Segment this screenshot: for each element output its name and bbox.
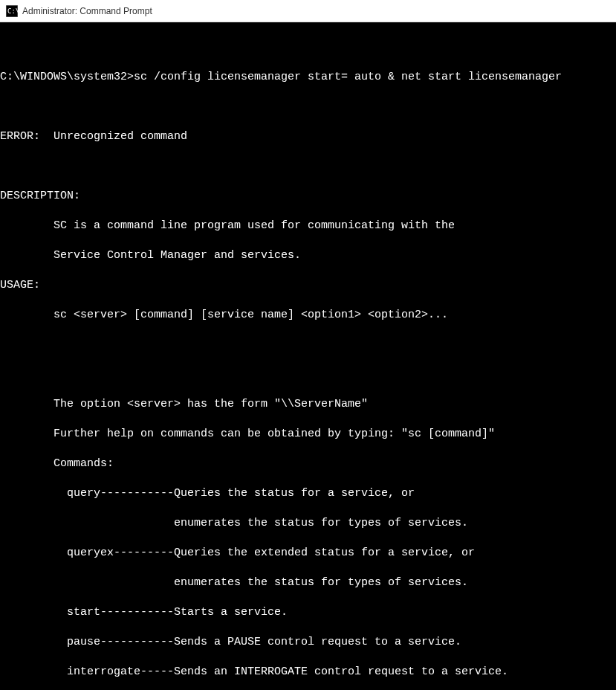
window-titlebar: C:\ Administrator: Command Prompt — [0, 0, 616, 22]
terminal-line: Further help on commands can be obtained… — [0, 427, 616, 442]
terminal-line: The option <server> has the form "\\Serv… — [0, 397, 616, 412]
prompt-line: C:\WINDOWS\system32>sc /config licensema… — [0, 70, 616, 85]
terminal-line: pause-----------Sends a PAUSE control re… — [0, 635, 616, 650]
terminal-line: enumerates the status for types of servi… — [0, 575, 616, 590]
terminal-line: enumerates the status for types of servi… — [0, 516, 616, 531]
commands-header: Commands: — [0, 457, 616, 471]
terminal-line: SC is a command line program used for co… — [0, 219, 616, 233]
terminal-line: start-----------Starts a service. — [0, 605, 616, 620]
cmd-icon: C:\ — [6, 5, 18, 17]
terminal-line: Service Control Manager and services. — [0, 248, 616, 263]
usage-header: USAGE: — [0, 278, 616, 293]
window-title: Administrator: Command Prompt — [22, 6, 152, 16]
terminal-output[interactable]: C:\WINDOWS\system32>sc /config licensema… — [0, 22, 616, 690]
prompt-path: C:\WINDOWS\system32> — [0, 71, 134, 83]
terminal-line — [0, 159, 616, 174]
terminal-line: interrogate-----Sends an INTERROGATE con… — [0, 665, 616, 680]
terminal-line: query-----------Queries the status for a… — [0, 486, 616, 501]
error-line: ERROR: Unrecognized command — [0, 129, 616, 144]
terminal-line: sc <server> [command] [service name] <op… — [0, 308, 616, 323]
svg-text:C:\: C:\ — [7, 7, 18, 15]
terminal-line: queryex---------Queries the extended sta… — [0, 546, 616, 561]
terminal-line — [0, 40, 616, 55]
terminal-line — [0, 100, 616, 115]
terminal-line — [0, 367, 616, 382]
terminal-line — [0, 338, 616, 352]
prompt-command: sc /config licensemanager start= auto & … — [134, 71, 562, 83]
description-header: DESCRIPTION: — [0, 189, 616, 204]
